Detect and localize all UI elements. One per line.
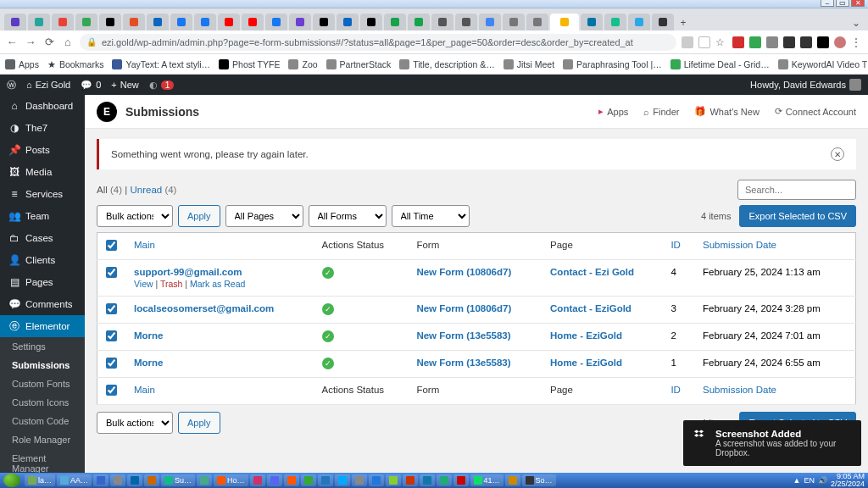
bookmark-item[interactable]: YayText: A text styli… (112, 59, 210, 69)
bookmark-item[interactable]: Lifetime Deal - Grid… (670, 59, 770, 69)
taskbar-app[interactable] (267, 474, 282, 486)
taskbar-app[interactable] (453, 474, 469, 486)
browser-tab[interactable] (123, 14, 145, 30)
row-action-view[interactable]: View (134, 279, 153, 289)
row-page-link[interactable]: Contact - Ezi Gold (550, 267, 634, 277)
url-input[interactable]: 🔒 ezi.gold/wp-admin/admin.php?page=e-for… (80, 34, 676, 51)
col-id[interactable]: ID (662, 378, 694, 405)
row-checkbox[interactable] (106, 303, 117, 314)
new-tab-button[interactable]: + (675, 15, 692, 30)
bookmark-item[interactable]: Zoo (288, 59, 317, 69)
tray-lang[interactable]: EN (804, 476, 815, 485)
menu-icon[interactable]: ⋮ (851, 36, 863, 48)
ext-icon[interactable] (800, 36, 812, 48)
row-form-link[interactable]: New Form (13e5583) (416, 358, 510, 368)
header-link-whatsnew[interactable]: 🎁What's New (694, 106, 759, 117)
taskbar-app[interactable]: So… (522, 474, 556, 486)
ext-icon[interactable] (766, 36, 778, 48)
taskbar-app[interactable] (127, 474, 142, 486)
browser-tab[interactable] (628, 14, 650, 30)
bookmark-item[interactable]: KeywordAI Video T… (778, 59, 868, 69)
bookmark-item[interactable]: Title, description &… (399, 59, 494, 69)
taskbar-app[interactable]: Ho… (214, 474, 248, 486)
apps-shortcut[interactable]: Apps (5, 59, 39, 69)
taskbar-app[interactable] (250, 474, 265, 486)
browser-tab[interactable] (526, 14, 548, 30)
header-link-connect[interactable]: ⟳Connect Account (775, 106, 856, 117)
browser-tab[interactable] (652, 14, 674, 30)
row-main-link[interactable]: Morne (134, 330, 164, 341)
sidebar-item-services[interactable]: ≡Services (0, 183, 85, 205)
browser-tab[interactable] (604, 14, 626, 30)
row-page-link[interactable]: Home - EziGold (550, 330, 622, 341)
star-icon[interactable]: ☆ (715, 36, 727, 48)
filter-time[interactable]: All Time (392, 205, 470, 227)
sidebar-sub-settings[interactable]: Settings (0, 337, 85, 356)
taskbar-app[interactable]: 41… (470, 474, 504, 486)
sidebar-item-pages[interactable]: ▤Pages (0, 271, 85, 293)
browser-tab[interactable] (431, 14, 453, 30)
taskbar-app[interactable] (93, 474, 108, 486)
bulk-actions-select[interactable]: Bulk actions (97, 205, 173, 227)
browser-tab[interactable] (242, 14, 264, 30)
reload-button[interactable]: ⟳ (42, 36, 56, 49)
browser-tab[interactable] (337, 14, 359, 30)
bookmark-item[interactable]: ★ Bookmarks (47, 59, 104, 69)
taskbar-app[interactable] (352, 474, 367, 486)
apply-button[interactable]: Apply (178, 205, 220, 227)
taskbar-app[interactable] (197, 474, 212, 486)
apply-button-bottom[interactable]: Apply (178, 412, 220, 434)
row-form-link[interactable]: New Form (10806d7) (416, 303, 511, 313)
taskbar-app[interactable] (437, 474, 452, 486)
ext-icon[interactable] (817, 36, 829, 48)
comments-link[interactable]: 💬 0 (81, 80, 101, 91)
sidebar-sub-custom-code[interactable]: Custom Code (0, 412, 85, 430)
howdy-user[interactable]: Howdy, David Edwards (750, 79, 861, 91)
start-button[interactable] (3, 474, 20, 487)
ext-icon[interactable] (732, 36, 744, 48)
sidebar-item-elementor[interactable]: ⓔElementor (0, 315, 85, 337)
taskbar-app[interactable] (403, 474, 418, 486)
sidebar-item-comments[interactable]: 💬Comments (0, 293, 85, 315)
row-action-trash[interactable]: Trash (160, 279, 182, 289)
row-form-link[interactable]: New Form (13e5583) (416, 330, 510, 341)
row-main-link[interactable]: Morne (134, 358, 164, 368)
taskbar-app[interactable] (505, 474, 520, 486)
share-icon[interactable] (698, 36, 710, 48)
row-page-link[interactable]: Contact - EziGold (550, 303, 632, 313)
sidebar-item-cases[interactable]: 🗀Cases (0, 227, 85, 249)
sidebar-sub-custom-fonts[interactable]: Custom Fonts (0, 374, 85, 393)
alert-dismiss[interactable]: ✕ (831, 147, 844, 161)
col-id[interactable]: ID (662, 233, 694, 260)
taskbar-app[interactable] (420, 474, 435, 486)
sidebar-sub-role-manager[interactable]: Role Manager (0, 430, 85, 449)
window-close[interactable]: ✕ (851, 0, 865, 7)
forward-button[interactable]: → (24, 36, 37, 49)
sidebar-sub-submissions[interactable]: Submissions (0, 356, 85, 374)
browser-tab[interactable] (313, 14, 335, 30)
taskbar-app[interactable] (110, 474, 125, 486)
row-checkbox[interactable] (106, 267, 117, 278)
window-minimize[interactable]: – (821, 0, 834, 7)
row-checkbox[interactable] (106, 358, 117, 369)
browser-tab[interactable] (289, 14, 311, 30)
taskbar-app[interactable] (144, 474, 159, 486)
select-all-checkbox-footer[interactable] (106, 385, 117, 396)
header-link-finder[interactable]: ⌕Finder (643, 106, 679, 117)
row-main-link[interactable]: localseosomerset@gmail.com (134, 303, 274, 313)
taskbar-app[interactable] (284, 474, 299, 486)
search-input[interactable] (737, 180, 856, 200)
row-action-mark[interactable]: Mark as Read (190, 279, 245, 289)
export-csv-button[interactable]: Export Selected to CSV (739, 205, 856, 227)
taskbar-app[interactable]: la… (25, 474, 55, 486)
window-maximize[interactable]: ▭ (836, 0, 849, 7)
browser-tab[interactable] (75, 14, 97, 30)
bookmark-item[interactable]: Jitsi Meet (504, 59, 554, 69)
tray-icon[interactable]: ▲ (793, 476, 801, 485)
dropbox-toast[interactable]: Screenshot Added A screenshot was added … (683, 420, 861, 466)
sidebar-item-clients[interactable]: 👤Clients (0, 249, 85, 271)
row-checkbox[interactable] (106, 330, 117, 341)
bookmark-item[interactable]: PartnerStack (326, 59, 392, 69)
tab-overflow[interactable]: ⌄ (848, 15, 865, 30)
browser-tab[interactable] (218, 14, 240, 30)
